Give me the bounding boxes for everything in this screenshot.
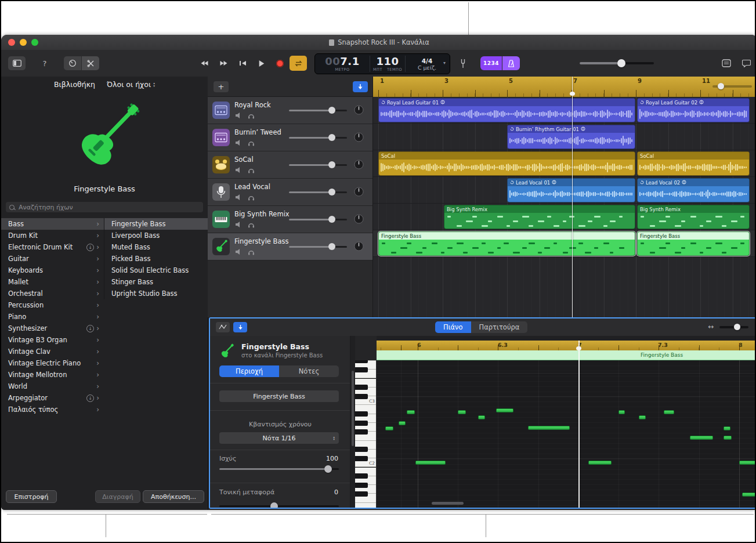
piano-key-black[interactable]	[355, 411, 368, 417]
region-royal-lead-guitar-01[interactable]: Royal Lead Guitar 01	[378, 98, 635, 122]
solo-button[interactable]	[247, 220, 255, 229]
midi-note[interactable]	[664, 410, 674, 414]
midi-note[interactable]	[415, 461, 446, 465]
library-category-παλαιός-τύπος[interactable]: Παλαιός τύπος›	[1, 404, 104, 415]
patch-name-button[interactable]: Fingerstyle Bass	[219, 390, 339, 402]
pan-knob[interactable]	[354, 187, 364, 197]
timeline-ruler[interactable]: 1357911	[373, 77, 756, 97]
library-category-vintage-mellotron[interactable]: Vintage Mellotron›	[1, 369, 104, 381]
mute-button[interactable]	[234, 193, 243, 201]
mute-button[interactable]	[234, 166, 243, 174]
playhead[interactable]	[572, 77, 573, 317]
piano-key-black[interactable]	[355, 429, 368, 435]
midi-note[interactable]	[618, 410, 625, 414]
editor-playhead[interactable]	[578, 341, 580, 508]
midi-note[interactable]	[458, 410, 466, 414]
piano-key-black[interactable]	[355, 456, 368, 461]
loop-browser-button[interactable]	[739, 56, 753, 70]
library-category-piano[interactable]: Piano›	[1, 311, 104, 323]
editor-catch-button[interactable]	[233, 322, 247, 332]
region-fingerstyle-bass[interactable]: Fingerstyle Bass	[378, 231, 635, 256]
track-header-lead-vocal[interactable]: Lead Vocal	[208, 179, 372, 206]
region-lead-vocal-02[interactable]: Lead Vocal 02	[637, 178, 750, 202]
solo-button[interactable]	[247, 248, 255, 256]
editor-playhead-handle[interactable]	[576, 346, 581, 350]
editor-ruler[interactable]: 66.377.38	[377, 341, 755, 350]
midi-note[interactable]	[385, 426, 393, 430]
automation-button[interactable]	[216, 322, 230, 332]
midi-note[interactable]	[690, 436, 713, 440]
piano-key-black[interactable]	[355, 385, 368, 390]
pan-knob[interactable]	[354, 214, 364, 224]
library-category-drum-kit[interactable]: Drum Kit›	[1, 230, 104, 241]
midi-note[interactable]	[742, 493, 755, 497]
track-volume-slider[interactable]	[289, 108, 347, 113]
mute-button[interactable]	[234, 220, 243, 229]
tab-πιάνο[interactable]: Πιάνο	[435, 321, 471, 333]
record-button[interactable]	[272, 55, 288, 71]
library-category-vintage-clav[interactable]: Vintage Clav›	[1, 346, 104, 357]
piano-key-black[interactable]	[355, 394, 368, 399]
piano-key-black[interactable]	[355, 491, 368, 497]
quantize-popup[interactable]: Νότα 1/16 ▴▾	[219, 432, 339, 444]
mute-button[interactable]	[234, 111, 243, 120]
library-category-bass[interactable]: Bass›	[1, 218, 104, 230]
track-header-big-synth-remix[interactable]: Big Synth Remix	[208, 206, 372, 233]
midi-note[interactable]	[399, 421, 406, 425]
library-patch-solid-soul-electric-bass[interactable]: Solid Soul Electric Bass	[104, 265, 208, 276]
library-toggle-button[interactable]	[8, 56, 26, 70]
track-volume-slider[interactable]	[289, 135, 347, 140]
piano-key-black[interactable]	[355, 367, 368, 372]
midi-note-area[interactable]	[377, 360, 755, 508]
region-royal-lead-guitar-02[interactable]: Royal Lead Guitar 02	[637, 98, 750, 122]
smart-controls-button[interactable]	[64, 56, 81, 70]
midi-note[interactable]	[639, 415, 646, 419]
library-patch-fingerstyle-bass[interactable]: Fingerstyle Bass	[104, 218, 208, 230]
editor-region-strip[interactable]: Fingerstyle Bass	[377, 350, 755, 360]
piano-key-e1[interactable]	[355, 503, 377, 508]
midi-note[interactable]	[407, 410, 415, 414]
midi-note[interactable]	[724, 436, 732, 440]
forward-button[interactable]	[215, 55, 231, 71]
solo-button[interactable]	[247, 111, 255, 120]
library-category-world[interactable]: World›	[1, 381, 104, 392]
mute-button[interactable]	[234, 248, 243, 256]
pan-knob[interactable]	[354, 160, 364, 169]
library-category-mallet[interactable]: Mallet›	[1, 276, 104, 288]
library-patch-upright-studio-bass[interactable]: Upright Studio Bass	[104, 288, 208, 299]
tab-παρτιτούρα[interactable]: Παρτιτούρα	[471, 321, 528, 333]
tuner-button[interactable]	[455, 55, 471, 71]
track-volume-slider[interactable]	[289, 217, 347, 222]
library-patch-muted-bass[interactable]: Muted Bass	[104, 241, 208, 253]
metronome-button[interactable]	[502, 56, 520, 70]
piano-key-black[interactable]	[355, 473, 368, 479]
library-category-vintage-electric-piano[interactable]: Vintage Electric Piano›	[1, 357, 104, 369]
add-track-button[interactable]: +	[214, 81, 229, 92]
count-in-button[interactable]: 1234	[480, 56, 502, 70]
midi-note[interactable]	[739, 461, 755, 465]
rewind-button[interactable]	[196, 55, 212, 71]
save-button[interactable]: Αποθήκευση...	[143, 490, 204, 503]
play-button[interactable]	[254, 55, 270, 71]
library-patch-picked-bass[interactable]: Picked Bass	[104, 253, 208, 265]
cycle-button[interactable]	[290, 56, 307, 71]
library-patch-stinger-bass[interactable]: Stinger Bass	[104, 276, 208, 288]
region-big-synth-remix[interactable]: Big Synth Remix	[444, 205, 635, 229]
piano-key-black[interactable]	[355, 360, 368, 363]
editor-toggle-button[interactable]	[82, 56, 99, 70]
tab-νότες[interactable]: Νότες	[279, 365, 339, 377]
track-header-burnin-tweed[interactable]: Burnin’ Tweed	[208, 124, 372, 151]
library-category-orchestral[interactable]: Orchestral›	[1, 288, 104, 299]
midi-note[interactable]	[478, 415, 485, 419]
library-search-field[interactable]	[6, 202, 203, 212]
track-header-socal[interactable]: SoCal	[208, 151, 372, 179]
midi-note[interactable]	[528, 426, 570, 430]
region-fingerstyle-bass[interactable]: Fingerstyle Bass	[637, 231, 750, 256]
piano-keyboard[interactable]: C3C2	[355, 360, 377, 508]
solo-button[interactable]	[247, 166, 255, 174]
lcd-display[interactable]: 007.1 ΜΕΤΡΟ 110 ΜΠΤΤΕΜΠΟ 4/4 C μείζ. ▾	[314, 53, 450, 74]
pan-knob[interactable]	[354, 105, 364, 115]
tab-περιοχή[interactable]: Περιοχή	[219, 365, 279, 377]
track-header-fingerstyle-bass[interactable]: Fingerstyle Bass	[208, 233, 372, 260]
piano-key-black[interactable]	[355, 483, 368, 488]
